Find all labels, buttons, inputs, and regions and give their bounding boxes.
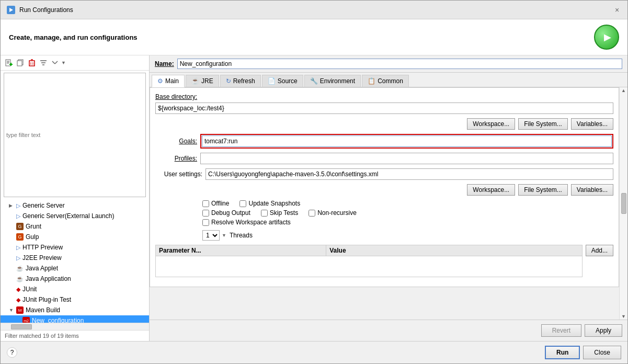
threads-label: Threads bbox=[230, 232, 253, 239]
non-recursive-checkbox-item[interactable]: Non-recursive bbox=[309, 209, 357, 217]
tree-item-j2ee-preview[interactable]: ▷ J2EE Preview bbox=[1, 253, 149, 263]
user-settings-input[interactable] bbox=[205, 168, 613, 180]
offline-checkbox-item[interactable]: Offline bbox=[202, 200, 229, 207]
tree-item-gulp[interactable]: G Gulp bbox=[1, 232, 149, 242]
svg-line-17 bbox=[52, 61, 55, 64]
add-param-button[interactable]: Add... bbox=[586, 245, 613, 256]
tree-item-grunt[interactable]: G Grunt bbox=[1, 221, 149, 232]
tree-item-java-applet[interactable]: ☕ Java Applet bbox=[1, 263, 149, 274]
tab-jre[interactable]: ☕ JRE bbox=[186, 75, 219, 87]
threads-select[interactable]: 1 2 4 bbox=[202, 230, 220, 241]
tree-item-http-preview[interactable]: ▷ HTTP Preview bbox=[1, 242, 149, 253]
tab-content-wrapper: Base directory: Workspace... File System… bbox=[150, 87, 627, 320]
tab-refresh[interactable]: ↻ Refresh bbox=[220, 75, 261, 87]
variables-btn-2[interactable]: Variables... bbox=[571, 184, 613, 196]
horizontal-scrollbar bbox=[1, 323, 149, 330]
user-settings-row: User settings: bbox=[155, 168, 613, 180]
filesystem-btn-2[interactable]: File System... bbox=[518, 184, 568, 196]
window-close-button[interactable]: × bbox=[613, 6, 621, 14]
delete-config-button[interactable] bbox=[27, 58, 37, 68]
param-col2-header: Value bbox=[326, 245, 582, 256]
non-recursive-checkbox[interactable] bbox=[309, 210, 315, 217]
help-button[interactable]: ? bbox=[7, 347, 17, 358]
item-label: JUnit bbox=[22, 286, 37, 293]
left-toolbar: ▼ bbox=[1, 55, 149, 71]
tab-source-label: Source bbox=[278, 77, 298, 85]
tree-item-java-application[interactable]: ☕ Java Application bbox=[1, 274, 149, 284]
tree-item-junit[interactable]: ◆ JUnit bbox=[1, 284, 149, 294]
tree-item-generic-server[interactable]: ▶ ▷ Generic Server bbox=[1, 200, 149, 211]
tab-main-label: Main bbox=[165, 77, 179, 85]
svg-rect-9 bbox=[17, 61, 22, 66]
user-settings-label: User settings: bbox=[155, 170, 202, 178]
title-bar-left: Run Configurations bbox=[7, 6, 73, 14]
debug-output-checkbox-item[interactable]: Debug Output bbox=[202, 209, 250, 217]
variables-btn-1[interactable]: Variables... bbox=[571, 118, 613, 130]
svg-rect-10 bbox=[29, 61, 35, 66]
duplicate-config-button[interactable] bbox=[15, 58, 26, 68]
name-input[interactable] bbox=[177, 59, 622, 69]
tree-item-new-configuration[interactable]: m2 New_configuration bbox=[1, 315, 149, 323]
item-label: Java Applet bbox=[26, 265, 58, 272]
collapse-button[interactable] bbox=[50, 58, 60, 68]
checkbox-row-3: Resolve Workspace artifacts bbox=[202, 219, 613, 226]
resolve-workspace-checkbox-item[interactable]: Resolve Workspace artifacts bbox=[202, 219, 291, 226]
goals-label: Goals: bbox=[155, 138, 197, 145]
resolve-workspace-checkbox[interactable] bbox=[202, 219, 209, 226]
item-icon: G bbox=[16, 223, 24, 230]
scrollbar-thumb[interactable] bbox=[621, 193, 626, 214]
left-panel: ▼ ▶ ▷ Generic Server ▷ Generic Server(Ex… bbox=[1, 55, 150, 341]
tab-main-icon: ⚙ bbox=[157, 77, 163, 85]
base-dir-section: Base directory: bbox=[155, 93, 613, 114]
scroll-down-button[interactable]: ▼ bbox=[621, 314, 626, 319]
profiles-row: Profiles: bbox=[155, 153, 613, 164]
filesystem-btn-1[interactable]: File System... bbox=[518, 118, 568, 130]
tab-common-icon: 📋 bbox=[368, 77, 375, 85]
run-large-button[interactable] bbox=[594, 25, 619, 50]
tab-refresh-label: Refresh bbox=[233, 77, 255, 85]
close-button[interactable]: Close bbox=[583, 346, 621, 359]
goals-box bbox=[200, 134, 613, 149]
tab-main[interactable]: ⚙ Main bbox=[152, 75, 185, 87]
tab-common[interactable]: 📋 Common bbox=[362, 75, 409, 87]
apply-button[interactable]: Apply bbox=[585, 324, 622, 337]
filter-button[interactable] bbox=[38, 58, 49, 68]
base-dir-input[interactable] bbox=[155, 103, 613, 114]
new-config-button[interactable] bbox=[4, 58, 14, 68]
item-icon: ◆ bbox=[16, 286, 20, 293]
name-bar: Name: bbox=[150, 55, 627, 73]
user-settings-buttons: Workspace... File System... Variables... bbox=[155, 184, 613, 196]
skip-tests-checkbox[interactable] bbox=[261, 210, 268, 217]
params-table: Parameter N... Value bbox=[155, 245, 583, 277]
profiles-label: Profiles: bbox=[155, 155, 197, 162]
tree-item-maven-build[interactable]: ▼ M Maven Build bbox=[1, 305, 149, 315]
item-label: Generic Server(External Launch) bbox=[22, 212, 114, 220]
checkbox-row-2: Debug Output Skip Tests Non-recursive bbox=[202, 209, 613, 217]
tree-item-generic-server-ext[interactable]: ▷ Generic Server(External Launch) bbox=[1, 211, 149, 221]
run-button[interactable]: Run bbox=[545, 346, 580, 359]
update-snapshots-checkbox-item[interactable]: Update Snapshots bbox=[239, 200, 300, 207]
update-snapshots-checkbox[interactable] bbox=[239, 200, 246, 207]
item-icon: ▷ bbox=[16, 213, 20, 220]
skip-tests-label: Skip Tests bbox=[270, 209, 298, 217]
tab-source[interactable]: 📄 Source bbox=[262, 75, 303, 87]
goals-input[interactable] bbox=[202, 135, 612, 147]
scrollbar-thumb[interactable] bbox=[11, 324, 32, 329]
offline-checkbox[interactable] bbox=[202, 200, 209, 207]
scroll-up-button[interactable]: ▲ bbox=[621, 88, 626, 93]
debug-output-checkbox[interactable] bbox=[202, 210, 209, 217]
item-label: Gulp bbox=[26, 233, 39, 241]
item-icon: ☕ bbox=[16, 276, 24, 282]
revert-button[interactable]: Revert bbox=[541, 324, 581, 337]
tab-environment[interactable]: 🔧 Environment bbox=[304, 75, 361, 87]
param-col1-header: Parameter N... bbox=[156, 245, 326, 256]
debug-output-label: Debug Output bbox=[211, 209, 250, 217]
tree-item-junit-plugin[interactable]: ◆ JUnit Plug-in Test bbox=[1, 294, 149, 305]
profiles-input[interactable] bbox=[200, 153, 613, 164]
svg-rect-14 bbox=[40, 60, 47, 61]
skip-tests-checkbox-item[interactable]: Skip Tests bbox=[261, 209, 298, 217]
filter-input[interactable] bbox=[4, 73, 146, 197]
workspace-btn-1[interactable]: Workspace... bbox=[467, 118, 515, 130]
bottom-action-buttons: Revert Apply bbox=[150, 320, 627, 341]
workspace-btn-2[interactable]: Workspace... bbox=[467, 184, 515, 196]
